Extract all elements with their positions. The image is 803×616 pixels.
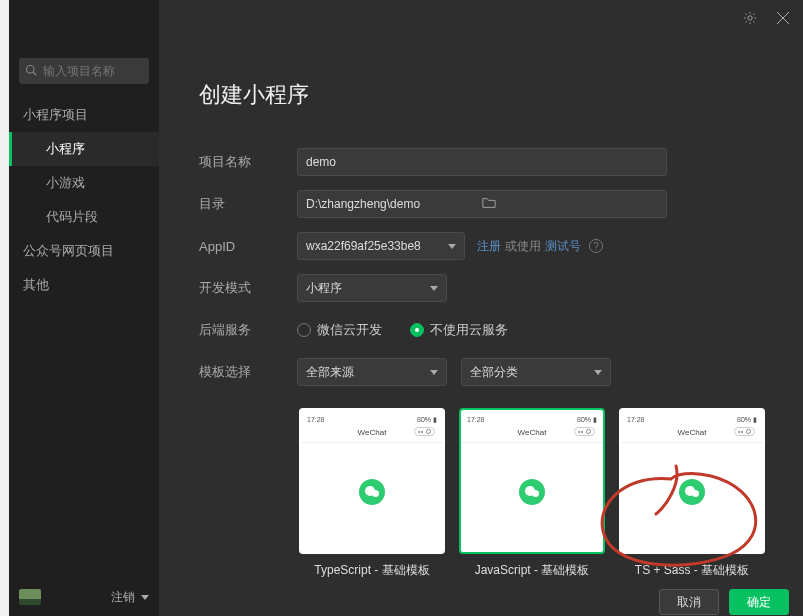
template-card-typescript[interactable]: 17:2880% ▮ WeChat TypeScript - 基础模板 bbox=[299, 408, 445, 579]
template-card-ts-sass[interactable]: 17:2880% ▮ WeChat TS + Sass - 基础模板 bbox=[619, 408, 765, 579]
logout-button[interactable]: 注销 bbox=[111, 589, 149, 606]
template-source-value: 全部来源 bbox=[306, 364, 354, 381]
search-input[interactable] bbox=[43, 64, 143, 78]
preview-title: WeChat bbox=[678, 428, 707, 437]
avatar[interactable] bbox=[19, 589, 41, 605]
wechat-logo-icon bbox=[359, 479, 385, 505]
help-icon[interactable]: ? bbox=[589, 239, 603, 253]
template-list: 17:2880% ▮ WeChat TypeScript - 基础模板 17:2… bbox=[299, 408, 773, 579]
cancel-button[interactable]: 取消 bbox=[659, 589, 719, 615]
template-category-value: 全部分类 bbox=[470, 364, 518, 381]
preview-title: WeChat bbox=[518, 428, 547, 437]
preview-title: WeChat bbox=[358, 428, 387, 437]
nav-header-other[interactable]: 其他 bbox=[9, 268, 159, 302]
wechat-logo-icon bbox=[519, 479, 545, 505]
sidebar-item-snippet[interactable]: 代码片段 bbox=[9, 200, 159, 234]
chevron-down-icon bbox=[594, 370, 602, 375]
chevron-down-icon bbox=[430, 370, 438, 375]
radio-cloud[interactable]: 微信云开发 bbox=[297, 321, 382, 339]
label-dev-mode: 开发模式 bbox=[199, 279, 297, 297]
sidebar-item-miniprogram[interactable]: 小程序 bbox=[9, 132, 159, 166]
label-appid: AppID bbox=[199, 239, 297, 254]
page-title: 创建小程序 bbox=[199, 80, 773, 110]
svg-line-1 bbox=[33, 72, 36, 75]
radio-no-cloud[interactable]: 不使用云服务 bbox=[410, 321, 508, 339]
svg-point-2 bbox=[748, 16, 752, 20]
template-caption: TS + Sass - 基础模板 bbox=[619, 562, 765, 579]
confirm-button[interactable]: 确定 bbox=[729, 589, 789, 615]
radio-dot-icon bbox=[410, 323, 424, 337]
or-use-text: 或使用 bbox=[505, 238, 541, 255]
template-source-select[interactable]: 全部来源 bbox=[297, 358, 447, 386]
sidebar: 小程序项目 小程序 小游戏 代码片段 公众号网页项目 其他 注销 bbox=[9, 0, 159, 616]
chevron-down-icon bbox=[448, 244, 456, 249]
chevron-down-icon bbox=[430, 286, 438, 291]
radio-no-cloud-label: 不使用云服务 bbox=[430, 321, 508, 339]
project-name-input[interactable] bbox=[297, 148, 667, 176]
label-template: 模板选择 bbox=[199, 363, 297, 381]
template-caption: JavaScript - 基础模板 bbox=[459, 562, 605, 579]
main: 创建小程序 项目名称 目录 D:\zhangzheng\demo bbox=[159, 0, 803, 616]
appid-select[interactable]: wxa22f69af25e33be8 bbox=[297, 232, 465, 260]
folder-icon[interactable] bbox=[482, 196, 658, 213]
template-caption: TypeScript - 基础模板 bbox=[299, 562, 445, 579]
dev-mode-select[interactable]: 小程序 bbox=[297, 274, 447, 302]
appid-value: wxa22f69af25e33be8 bbox=[306, 239, 421, 253]
directory-value: D:\zhangzheng\demo bbox=[306, 197, 482, 211]
nav-header-official-account[interactable]: 公众号网页项目 bbox=[9, 234, 159, 268]
label-project-name: 项目名称 bbox=[199, 153, 297, 171]
radio-cloud-label: 微信云开发 bbox=[317, 321, 382, 339]
label-backend: 后端服务 bbox=[199, 321, 297, 339]
template-card-javascript[interactable]: 17:2880% ▮ WeChat JavaScript - 基础模板 bbox=[459, 408, 605, 579]
nav-header-miniprogram-project[interactable]: 小程序项目 bbox=[9, 98, 159, 132]
template-category-select[interactable]: 全部分类 bbox=[461, 358, 611, 386]
directory-input[interactable]: D:\zhangzheng\demo bbox=[297, 190, 667, 218]
label-directory: 目录 bbox=[199, 195, 297, 213]
search-icon bbox=[25, 64, 43, 79]
radio-dot-icon bbox=[297, 323, 311, 337]
close-icon[interactable] bbox=[775, 10, 791, 29]
gear-icon[interactable] bbox=[743, 11, 757, 28]
wechat-logo-icon bbox=[679, 479, 705, 505]
chevron-down-icon bbox=[141, 595, 149, 600]
test-account-link[interactable]: 测试号 bbox=[545, 238, 581, 255]
register-link[interactable]: 注册 bbox=[477, 238, 501, 255]
logout-label: 注销 bbox=[111, 589, 135, 606]
search-box[interactable] bbox=[19, 58, 149, 84]
dev-mode-value: 小程序 bbox=[306, 280, 342, 297]
sidebar-item-minigame[interactable]: 小游戏 bbox=[9, 166, 159, 200]
svg-point-0 bbox=[27, 65, 35, 73]
